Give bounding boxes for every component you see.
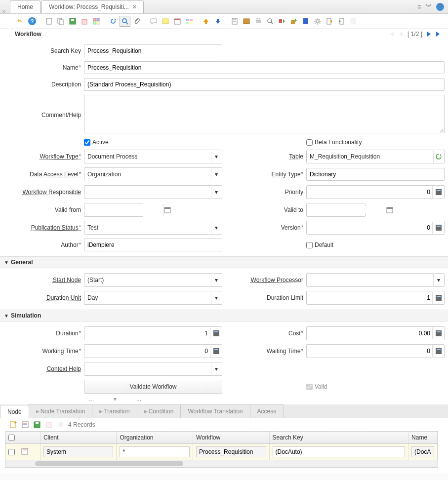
calculator-icon[interactable] [210,345,222,357]
author-input[interactable] [84,239,222,251]
process-icon[interactable] [277,16,287,27]
last-record-icon[interactable] [435,31,442,38]
section-general[interactable]: ▼General [0,256,448,268]
context-help-select[interactable]: ▾ [84,362,222,376]
description-input[interactable] [84,78,445,91]
data-access-select[interactable]: Organization▾ [84,167,222,181]
export-icon[interactable] [324,16,335,27]
waiting-time-input[interactable] [306,344,445,358]
working-time-input[interactable] [84,344,222,358]
label-pub-status[interactable]: Publication Status [5,224,84,231]
grid-toggle-icon[interactable] [91,16,102,27]
name-input[interactable] [84,61,445,74]
select-all-checkbox[interactable] [8,435,15,441]
cell-name[interactable] [411,446,434,457]
attachment-icon[interactable] [131,16,142,27]
beta-checkbox[interactable] [306,139,313,146]
col-name[interactable]: Name [408,432,438,443]
sidebar-expand-icon[interactable]: » [2,7,6,15]
label-entity-type[interactable]: Entity Type [222,171,306,178]
label-workflow-responsible[interactable]: Workflow Responsible [5,189,84,196]
subtab-workflow-translation[interactable]: Workflow Translation [180,404,250,418]
version-input[interactable] [306,221,445,235]
delete-icon[interactable] [79,16,90,27]
help-button-icon[interactable]: ? [27,16,38,27]
label-context-help[interactable]: Context Help [5,365,84,372]
gear-icon[interactable] [312,16,323,27]
label-start-node[interactable]: Start Node [5,277,84,283]
new-icon[interactable] [43,16,54,27]
table-select[interactable]: M_Requisition_Requisition [306,150,445,163]
scrollbar-thumb[interactable] [35,461,183,466]
import2-icon[interactable] [336,16,347,27]
report-icon[interactable] [229,16,240,27]
label-data-access[interactable]: Data Access Level [5,171,84,178]
label-table[interactable]: Table [222,153,306,160]
validate-workflow-button[interactable]: Validate Workflow [84,380,222,394]
label-workflow-processor[interactable]: Workflow Processor [222,277,306,283]
col-org[interactable]: Organization [117,432,193,443]
valid-to-input[interactable] [306,203,366,217]
print-icon[interactable] [253,16,264,27]
row-checkbox[interactable] [8,449,15,455]
zoom-icon[interactable] [265,16,276,27]
workflow-responsible-select[interactable]: ▾ [84,185,222,199]
close-icon[interactable]: × [133,3,136,10]
tab-home[interactable]: Home [10,0,41,13]
note-icon[interactable] [160,16,171,27]
calculator-icon[interactable] [210,327,222,339]
first-record-icon[interactable] [388,31,395,38]
delete-detail-icon[interactable] [44,420,53,429]
col-workflow[interactable]: Workflow [193,432,270,443]
process-detail-icon[interactable] [56,420,65,429]
arrow-down-icon[interactable] [212,16,223,27]
calendar-icon[interactable] [172,16,183,27]
archive-icon[interactable] [241,16,252,27]
subtab-condition[interactable]: ▶Condition [137,404,181,418]
refresh-arrow-icon[interactable] [433,151,443,162]
calculator-icon[interactable] [432,345,444,357]
calculator-icon[interactable] [432,186,444,198]
duration-limit-input[interactable] [306,291,445,305]
horizontal-scrollbar[interactable] [5,460,438,467]
refresh-icon[interactable] [108,16,119,27]
row-edit-icon[interactable] [21,448,28,456]
copy-icon[interactable] [55,16,66,27]
col-client[interactable]: Client [41,432,117,443]
active-checkbox[interactable] [84,139,90,146]
menu-icon[interactable]: ≡ [417,3,421,11]
duration-unit-select[interactable]: Day▾ [84,291,222,305]
tab-workflow[interactable]: Workflow: Process_Requisiti... × [41,0,144,13]
multi-icon[interactable] [184,16,195,27]
subtab-access[interactable]: Access [250,404,284,418]
workflow-type-select[interactable]: Document Process▾ [84,150,222,163]
workflow-processor-select[interactable]: ▾ [306,273,445,287]
subtab-node[interactable]: Node [0,405,29,418]
valid-from-input[interactable] [84,203,143,217]
cell-search-key[interactable] [273,446,406,457]
label-workflow-type[interactable]: Workflow Type [5,153,84,160]
start-node-select[interactable]: (Start)▾ [84,273,222,287]
cost-input[interactable] [306,326,445,340]
priority-input[interactable] [306,185,445,199]
table-row[interactable] [5,444,438,460]
calculator-icon[interactable] [432,292,444,304]
more-dots2[interactable]: ... [136,396,141,402]
chat-icon[interactable] [148,16,159,27]
next-record-icon[interactable] [425,31,432,38]
prev-record-icon[interactable] [398,31,405,38]
undo-icon[interactable] [15,16,26,27]
calendar-icon[interactable] [163,204,171,216]
doc-blue-icon[interactable] [300,16,311,27]
new-detail-icon[interactable]: + [9,420,18,429]
label-duration-unit[interactable]: Duration Unit [5,294,84,301]
cell-org[interactable] [120,446,190,457]
default-checkbox[interactable] [306,242,313,248]
search-key-input[interactable] [84,44,222,57]
edit-detail-icon[interactable] [21,420,30,429]
subtab-node-translation[interactable]: ▶Node Translation [29,404,93,418]
search-icon[interactable] [120,16,130,27]
comment-help-textarea[interactable] [84,95,445,133]
calculator-icon[interactable] [432,327,444,339]
more-dots1[interactable]: ... [89,396,94,402]
